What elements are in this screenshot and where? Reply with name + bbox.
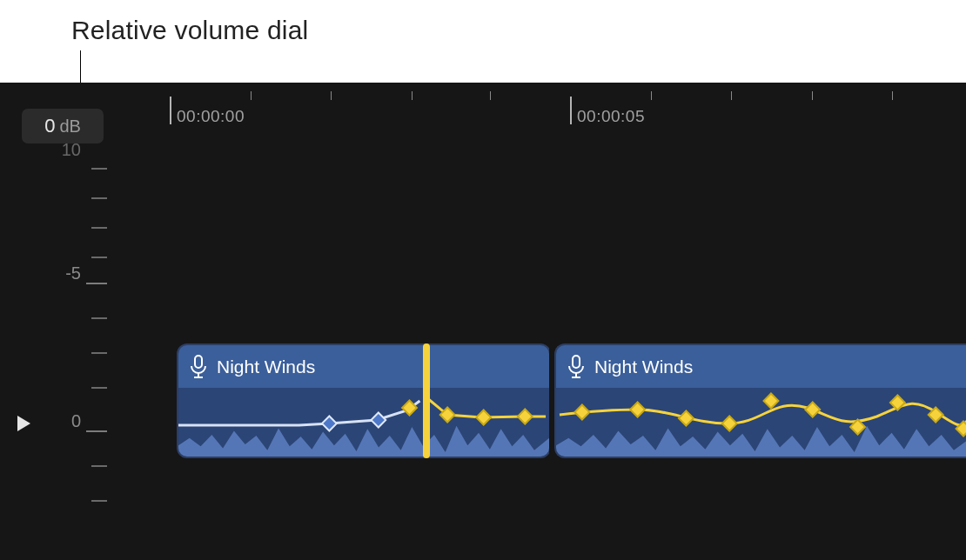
scale-tick bbox=[91, 352, 107, 354]
ruler-tick-minor bbox=[651, 91, 652, 100]
level-marker-icon[interactable] bbox=[17, 416, 30, 431]
clip-body[interactable] bbox=[178, 389, 549, 458]
ruler-tick-minor bbox=[892, 91, 893, 100]
tracks-area[interactable]: Night Winds bbox=[170, 135, 966, 560]
relative-volume-dial[interactable]: 0 dB bbox=[22, 109, 104, 143]
selection-handle-left[interactable] bbox=[420, 340, 433, 462]
timeline-ruler[interactable]: 00:00:0000:00:05 bbox=[170, 83, 966, 135]
scale-label: -5 bbox=[65, 263, 81, 283]
scale-tick bbox=[91, 168, 107, 170]
ruler-tick-major bbox=[170, 97, 171, 124]
scale-tick bbox=[86, 283, 107, 284]
audio-editor-panel: 0 dB 00:00:0000:00:05 10 -50 Night Winds bbox=[0, 83, 966, 560]
keyframe-yellow[interactable] bbox=[476, 410, 491, 425]
ruler-tick-minor bbox=[412, 91, 413, 100]
scale-tick bbox=[91, 227, 107, 229]
scale-label: 0 bbox=[71, 411, 81, 431]
scale-tick bbox=[91, 197, 107, 199]
automation-curve[interactable] bbox=[178, 389, 549, 458]
clip-title: Night Winds bbox=[217, 357, 315, 377]
volume-scale: 10 -50 bbox=[0, 143, 117, 560]
keyframe-yellow[interactable] bbox=[518, 410, 533, 424]
scale-tick bbox=[91, 387, 107, 389]
mic-icon bbox=[189, 355, 208, 379]
keyframe-yellow[interactable] bbox=[402, 401, 417, 416]
keyframe-yellow[interactable] bbox=[630, 403, 645, 417]
mic-icon bbox=[567, 355, 586, 379]
ruler-tick-minor bbox=[251, 91, 252, 100]
audio-clip[interactable]: Night Winds bbox=[554, 343, 966, 458]
scale-tick bbox=[91, 500, 107, 502]
svg-rect-3 bbox=[573, 356, 580, 368]
clip-header: Night Winds bbox=[556, 345, 966, 389]
keyframe-yellow[interactable] bbox=[764, 394, 779, 409]
audio-clip[interactable]: Night Winds bbox=[177, 343, 551, 458]
scale-tick bbox=[86, 430, 107, 432]
scale-tick bbox=[91, 257, 107, 258]
keyframe-yellow[interactable] bbox=[679, 411, 694, 426]
keyframe-yellow[interactable] bbox=[722, 417, 737, 431]
annotation-label: Relative volume dial bbox=[71, 16, 308, 45]
clip-body[interactable] bbox=[556, 389, 966, 458]
keyframe-blue[interactable] bbox=[322, 417, 337, 431]
ruler-time-label: 00:00:05 bbox=[577, 107, 645, 126]
ruler-tick-major bbox=[570, 97, 572, 124]
keyframe-blue[interactable] bbox=[371, 413, 386, 428]
scale-label-cut: 10 bbox=[62, 140, 81, 160]
ruler-tick-minor bbox=[731, 91, 732, 100]
volume-unit: dB bbox=[59, 117, 80, 137]
automation-curve[interactable] bbox=[556, 389, 966, 458]
keyframe-yellow[interactable] bbox=[805, 403, 820, 417]
clip-header: Night Winds bbox=[178, 345, 549, 389]
ruler-time-label: 00:00:00 bbox=[177, 107, 245, 126]
volume-value: 0 bbox=[44, 115, 55, 137]
scale-tick bbox=[91, 465, 107, 467]
svg-rect-0 bbox=[195, 356, 202, 368]
clip-title: Night Winds bbox=[594, 357, 693, 377]
keyframe-yellow[interactable] bbox=[574, 405, 589, 420]
ruler-tick-minor bbox=[331, 91, 332, 100]
scale-tick bbox=[91, 317, 107, 319]
ruler-tick-minor bbox=[490, 91, 491, 100]
ruler-tick-minor bbox=[812, 91, 813, 100]
keyframe-yellow[interactable] bbox=[890, 396, 905, 410]
